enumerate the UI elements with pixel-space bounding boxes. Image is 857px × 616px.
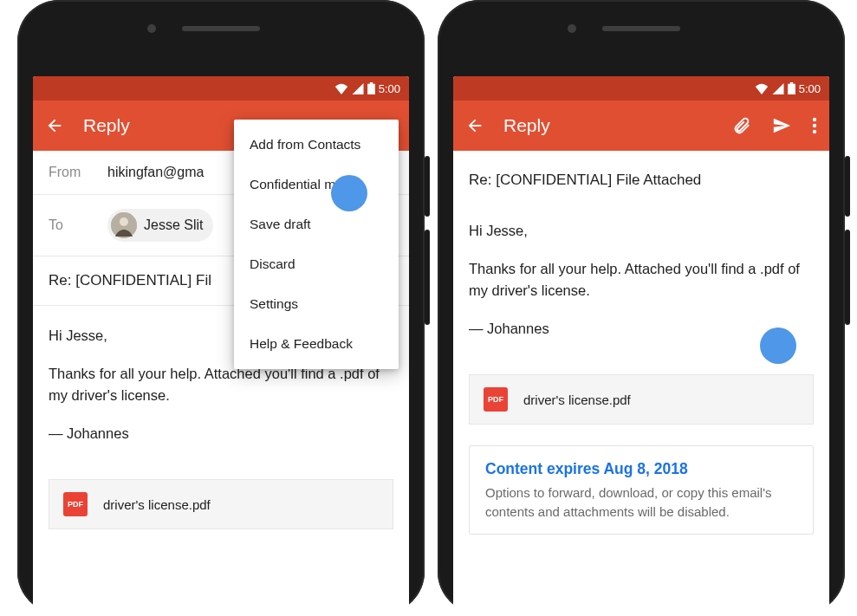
overflow-menu-icon[interactable] [812,117,817,134]
phone-left: 5:00 Reply From hikingfan@gma To Jesse S [17,0,425,613]
battery-icon [788,82,795,94]
side-button [425,156,430,217]
menu-help-feedback[interactable]: Help & Feedback [234,324,399,364]
svg-point-1 [120,217,128,226]
recipient-name: Jesse Slit [144,217,203,233]
attachment-name: driver's license.pdf [523,392,631,407]
to-label: To [49,217,107,233]
side-button [425,230,430,325]
front-camera [568,24,576,33]
from-label: From [49,165,107,180]
earpiece [182,26,260,31]
subject-text: Re: [CONFIDENTIAL] Fil [49,272,211,289]
status-bar: 5:00 [33,76,409,101]
side-button [845,230,850,325]
touch-indicator [760,327,796,364]
confidential-title: Content expires Aug 8, 2018 [485,460,797,478]
body-greeting: Hi Jesse, [469,220,814,243]
cellular-icon [352,83,364,94]
app-bar: Reply [453,101,829,151]
menu-settings[interactable]: Settings [234,284,399,324]
body-paragraph: Thanks for all your help. Attached you'l… [469,258,814,302]
status-bar: 5:00 [453,76,829,101]
pdf-icon: PDF [63,492,88,516]
status-time: 5:00 [799,82,821,95]
body-signature: — Johannes [49,423,393,445]
menu-discard[interactable]: Discard [234,244,399,284]
svg-point-4 [813,130,816,133]
screen: 5:00 Reply [453,76,829,613]
menu-save-draft[interactable]: Save draft [234,204,399,244]
send-icon[interactable] [770,116,793,135]
avatar [111,212,137,238]
status-time: 5:00 [379,82,400,95]
attachment-chip[interactable]: PDF driver's license.pdf [49,479,393,529]
body-paragraph: Thanks for all your help. Attached you'l… [49,363,393,407]
wifi-icon [334,83,348,94]
svg-point-3 [813,124,816,127]
front-camera [147,24,156,33]
attachment-chip[interactable]: PDF driver's license.pdf [469,374,814,425]
phone-right: 5:00 Reply [438,0,845,613]
back-arrow-icon[interactable] [45,116,64,135]
pdf-icon: PDF [484,387,508,412]
screen: 5:00 Reply From hikingfan@gma To Jesse S [33,76,409,613]
confidential-body: Options to forward, download, or copy th… [485,483,797,522]
recipient-chip[interactable]: Jesse Slit [107,209,213,242]
attach-icon[interactable] [732,116,751,135]
battery-icon [367,82,375,94]
subject-text: Re: [CONFIDENTIAL] File Attached [469,172,701,188]
side-button [845,156,850,217]
attachment-name: driver's license.pdf [103,497,211,512]
svg-point-2 [813,118,816,121]
confidential-card[interactable]: Content expires Aug 8, 2018 Options to f… [469,445,814,535]
menu-confidential-mode[interactable]: Confidential mode [234,165,399,204]
back-arrow-icon[interactable] [465,116,484,135]
cellular-icon [772,83,784,94]
appbar-title: Reply [503,115,713,136]
wifi-icon [755,83,769,94]
overflow-menu: Add from Contacts Confidential mode Save… [234,120,399,369]
menu-add-contacts[interactable]: Add from Contacts [234,125,399,165]
earpiece [602,26,680,31]
from-value: hikingfan@gma [107,165,204,180]
subject-row[interactable]: Re: [CONFIDENTIAL] File Attached [453,151,829,198]
touch-indicator [331,175,367,211]
